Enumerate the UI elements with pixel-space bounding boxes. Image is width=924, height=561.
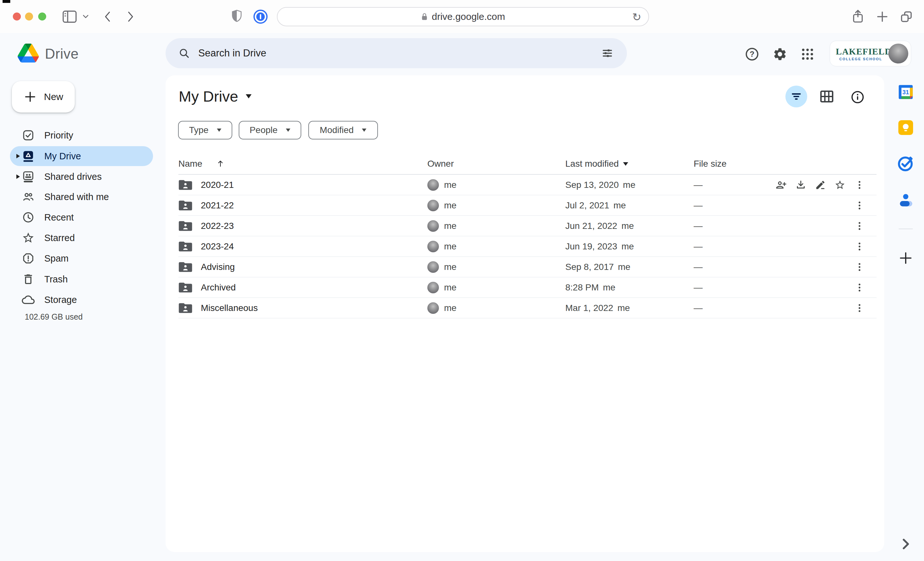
table-row[interactable]: 2021-22 me Jul 2, 2021me — (178, 195, 876, 216)
file-table: Name Owner Last modified File size 2020-… (178, 154, 876, 318)
expand-caret-icon[interactable] (16, 154, 20, 159)
url-text: drive.google.com (432, 11, 505, 22)
column-header-modified[interactable]: Last modified (565, 159, 694, 169)
table-row[interactable]: Advising me Sep 8, 2017me — (178, 257, 876, 277)
filter-chip-people[interactable]: People (239, 121, 301, 139)
owner-avatar (428, 302, 439, 314)
trash-icon (22, 273, 34, 286)
list-view-toggle[interactable] (785, 85, 807, 108)
new-tab-icon[interactable] (876, 10, 888, 23)
title-dropdown-caret-icon (246, 94, 252, 99)
address-bar[interactable]: drive.google.com ↻ (277, 7, 649, 26)
onepassword-extension-icon[interactable] (253, 9, 268, 24)
add-apps-button[interactable] (897, 250, 914, 266)
spam-icon (22, 252, 34, 265)
filter-chip-modified[interactable]: Modified (308, 121, 378, 139)
app-name: Drive (45, 45, 79, 63)
sidebar-item-recent[interactable]: Recent (10, 207, 153, 227)
more-options-icon[interactable] (854, 180, 865, 190)
file-name: Advising (201, 262, 235, 272)
sidebar-item-shared-drives[interactable]: Shared drives (10, 167, 153, 187)
drive-logo[interactable] (18, 43, 39, 63)
contacts-app-icon[interactable] (896, 191, 915, 209)
sidebar-item-starred[interactable]: Starred (10, 228, 153, 248)
page-title[interactable]: My Drive (179, 88, 252, 105)
svg-text:31: 31 (903, 89, 909, 96)
google-apps-grid-icon[interactable] (800, 47, 815, 61)
shared-drives-icon (22, 170, 34, 183)
back-button[interactable] (103, 10, 112, 23)
sidebar-item-trash[interactable]: Trash (10, 269, 153, 289)
window-minimize-button[interactable] (25, 12, 33, 21)
file-name: 2023-24 (201, 241, 234, 252)
expand-caret-icon[interactable] (16, 174, 20, 179)
forward-button[interactable] (126, 10, 135, 23)
table-row[interactable]: Archived me 8:28 PMme — (178, 277, 876, 298)
show-side-panel-chevron-icon[interactable] (898, 537, 913, 551)
chevron-down-icon (362, 129, 366, 132)
details-info-button[interactable] (850, 90, 865, 105)
sidebar-chevron-down-icon[interactable] (82, 14, 89, 19)
lock-icon (421, 12, 428, 21)
organization-logo: LAKEFIELD COLLEGE SCHOOL (836, 46, 886, 61)
sidebar-item-my-drive[interactable]: My Drive (10, 146, 153, 166)
window-close-button[interactable] (13, 12, 21, 21)
privacy-shield-icon[interactable] (231, 9, 243, 24)
sort-ascending-arrow-icon (216, 159, 225, 168)
column-header-name[interactable]: Name (178, 159, 428, 169)
owner-avatar (428, 261, 439, 273)
more-options-icon[interactable] (854, 221, 865, 232)
tasks-app-icon[interactable] (896, 154, 915, 173)
star-toggle-icon[interactable] (834, 180, 845, 190)
owner-avatar (428, 282, 439, 293)
search-bar[interactable]: Search in Drive (165, 38, 627, 68)
shared-folder-icon (178, 282, 192, 293)
my-drive-icon (22, 150, 34, 163)
owner-label: me (444, 180, 456, 190)
settings-gear-icon[interactable] (772, 47, 788, 61)
browser-toolbar: drive.google.com ↻ (0, 0, 924, 33)
file-name: Archived (201, 283, 236, 293)
screen-artifact (3, 0, 10, 3)
share-person-add-icon[interactable] (776, 180, 787, 190)
new-button[interactable]: New (12, 81, 75, 112)
sidebar-item-shared-with-me[interactable]: Shared with me (10, 187, 153, 207)
table-row[interactable]: 2023-24 me Jun 19, 2023me — (178, 236, 876, 257)
user-avatar[interactable] (888, 43, 908, 63)
sidebar-toggle-icon[interactable] (62, 10, 77, 23)
table-row[interactable]: 2022-23 me Jun 21, 2022me — (178, 216, 876, 236)
share-icon[interactable] (852, 9, 864, 25)
search-options-icon[interactable] (601, 47, 614, 59)
more-options-icon[interactable] (854, 303, 865, 314)
download-icon[interactable] (795, 180, 806, 190)
column-header-size[interactable]: File size (694, 159, 772, 169)
sidebar-item-spam[interactable]: Spam (10, 248, 153, 268)
table-row[interactable]: Miscellaneous me Mar 1, 2022me — (178, 298, 876, 318)
more-options-icon[interactable] (854, 241, 865, 252)
shared-folder-icon (178, 261, 192, 273)
grid-view-toggle[interactable] (819, 89, 834, 104)
window-zoom-button[interactable] (38, 12, 46, 21)
calendar-app-icon[interactable]: 31 (896, 83, 915, 101)
keep-app-icon[interactable] (896, 118, 915, 137)
plus-icon (23, 90, 37, 103)
rename-pencil-icon[interactable] (815, 180, 826, 190)
svg-text:?: ? (750, 50, 754, 58)
help-icon[interactable]: ? (745, 47, 759, 61)
sidebar-item-storage[interactable]: Storage (10, 290, 153, 310)
account-badge[interactable]: LAKEFIELD COLLEGE SCHOOL (830, 41, 911, 66)
filter-list-icon (790, 90, 802, 103)
tab-overview-icon[interactable] (900, 10, 913, 23)
shared-folder-icon (178, 241, 192, 252)
storage-used-label: 102.69 GB used (25, 312, 83, 322)
table-row[interactable]: 2020-21 me Sep 13, 2020me — (178, 175, 876, 195)
filter-chip-type[interactable]: Type (178, 121, 232, 139)
reload-icon[interactable]: ↻ (632, 10, 642, 23)
more-options-icon[interactable] (854, 262, 865, 272)
search-icon (178, 48, 190, 59)
owner-avatar (428, 200, 439, 211)
column-header-owner[interactable]: Owner (428, 159, 565, 169)
sidebar-item-priority[interactable]: Priority (10, 125, 153, 145)
more-options-icon[interactable] (854, 282, 865, 293)
more-options-icon[interactable] (854, 200, 865, 211)
